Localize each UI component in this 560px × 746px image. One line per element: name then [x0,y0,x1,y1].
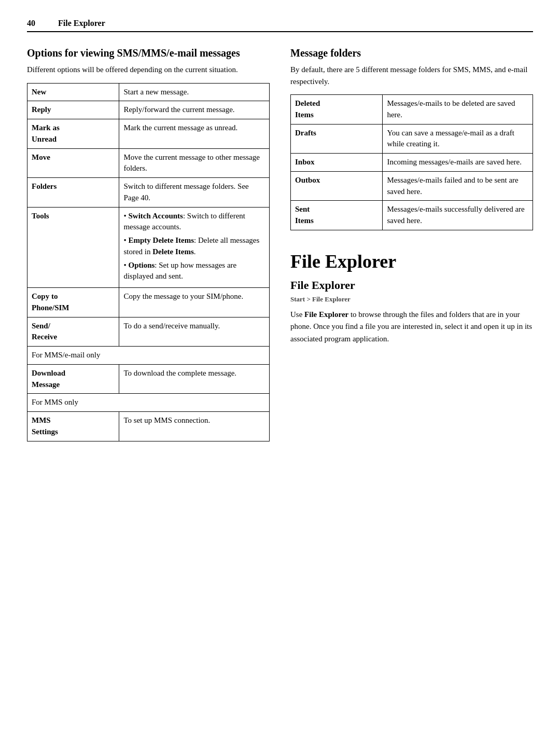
message-folders-intro: By default, there are 5 different messag… [290,64,533,87]
table-row-full: For MMS only [27,394,270,412]
options-table: New Start a new message. Reply Reply/for… [27,83,270,441]
cell-value: To do a send/receive manually. [119,317,270,347]
file-explorer-subtitle: File Explorer [290,279,533,292]
bold-inline-text: Delete Items [152,247,194,256]
cell-key: Folders [27,178,119,208]
cell-value: Messages/e-mails to be deleted are saved… [383,95,533,125]
table-row: DownloadMessage To download the complete… [27,364,270,394]
cell-full-span: For MMS only [27,394,270,412]
table-row: Reply Reply/forward the current message. [27,101,270,119]
table-row-full: For MMS/e-mail only [27,347,270,365]
cell-key: Send/Receive [27,317,119,347]
page: 40 File Explorer Options for viewing SMS… [0,0,560,746]
file-explorer-section: File Explorer File Explorer Start > File… [290,251,533,345]
cell-key: Outbox [291,171,383,201]
cell-key: MMSSettings [27,412,119,441]
list-item: Options: Set up how messages are display… [123,260,265,283]
cell-value: Reply/forward the current message. [119,101,270,119]
cell-key: SentItems [291,201,383,230]
cell-key: DownloadMessage [27,364,119,394]
cell-value: To set up MMS connection. [119,412,270,441]
cell-key: New [27,83,119,101]
cell-value: Move the current message to other messag… [119,148,270,178]
table-row: Inbox Incoming messages/e-mails are save… [291,154,533,172]
table-row: MMSSettings To set up MMS connection. [27,412,270,441]
cell-key: Copy toPhone/SIM [27,288,119,317]
table-row: Outbox Messages/e-mails failed and to be… [291,171,533,201]
table-row: Copy toPhone/SIM Copy the message to you… [27,288,270,317]
header-title: File Explorer [58,19,105,28]
cell-key: Tools [27,207,119,288]
cell-value: Start a new message. [119,83,270,101]
cell-key: Move [27,148,119,178]
page-header: 40 File Explorer [27,19,533,32]
cell-key: Drafts [291,124,383,154]
breadcrumb: Start > File Explorer [290,295,533,303]
cell-value: Copy the message to your SIM/phone. [119,288,270,317]
cell-key: Inbox [291,154,383,172]
table-row: Tools Switch Accounts: Switch to differe… [27,207,270,288]
table-row: Move Move the current message to other m… [27,148,270,178]
table-row: New Start a new message. [27,83,270,101]
cell-value: You can save a message/e-mail as a draft… [383,124,533,154]
cell-value: To download the complete message. [119,364,270,394]
table-row: Mark asUnread Mark the current message a… [27,119,270,149]
page-number: 40 [27,19,58,28]
two-col-layout: Options for viewing SMS/MMS/e-mail messa… [27,47,533,441]
cell-key: DeletedItems [291,95,383,125]
cell-value: Incoming messages/e-mails are saved here… [383,154,533,172]
bullet-label: Options [128,261,155,269]
bullet-label: Empty Delete Items [128,236,194,244]
left-section-intro: Different options will be offered depend… [27,64,270,76]
cell-value: Mark the current message as unread. [119,119,270,149]
cell-value-tools: Switch Accounts: Switch to different mes… [119,207,270,288]
cell-value: Switch to different message folders. See… [119,178,270,208]
file-explorer-big-title: File Explorer [290,251,533,272]
cell-key: Mark asUnread [27,119,119,149]
message-folders-title: Message folders [290,47,533,60]
table-row: SentItems Messages/e-mails successfully … [291,201,533,230]
message-folders-table: DeletedItems Messages/e-mails to be dele… [290,94,533,230]
bold-inline-text: File Explorer [304,310,348,319]
cell-key: Reply [27,101,119,119]
cell-full-span: For MMS/e-mail only [27,347,270,365]
table-row: Folders Switch to different message fold… [27,178,270,208]
cell-value: Messages/e-mails successfully delivered … [383,201,533,230]
right-column: Message folders By default, there are 5 … [290,47,533,441]
tools-bullet-list: Switch Accounts: Switch to different mes… [123,211,265,283]
table-row: Drafts You can save a message/e-mail as … [291,124,533,154]
left-column: Options for viewing SMS/MMS/e-mail messa… [27,47,270,441]
table-row: DeletedItems Messages/e-mails to be dele… [291,95,533,125]
list-item: Empty Delete Items: Delete all messages … [123,235,265,258]
file-explorer-body: Use File Explorer to browse through the … [290,309,533,345]
left-section-title: Options for viewing SMS/MMS/e-mail messa… [27,47,270,60]
table-row: Send/Receive To do a send/receive manual… [27,317,270,347]
bullet-label: Switch Accounts [128,212,183,220]
list-item: Switch Accounts: Switch to different mes… [123,211,265,233]
cell-value: Messages/e-mails failed and to be sent a… [383,171,533,201]
